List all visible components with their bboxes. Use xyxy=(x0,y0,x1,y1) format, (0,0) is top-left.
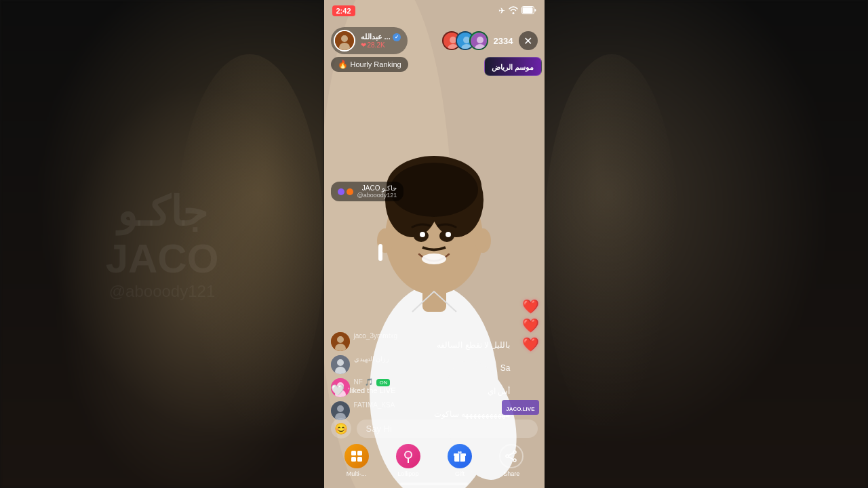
gift-label: Gift xyxy=(455,470,465,477)
svg-rect-44 xyxy=(351,451,356,455)
wifi-icon xyxy=(509,6,518,16)
svg-line-57 xyxy=(509,457,513,460)
heart-float-2: ❤️ xyxy=(522,317,539,333)
svg-rect-46 xyxy=(351,457,356,462)
status-icons: ✈ xyxy=(498,6,536,16)
chat-content-1: jaco_3ymmtxg بالليل لا تقطع السالفه xyxy=(354,332,511,350)
close-button[interactable]: ✕ xyxy=(519,31,538,50)
chat-area: jaco_3ymmtxg بالليل لا تقطع السالفه رزان… xyxy=(324,332,517,420)
svg-point-21 xyxy=(341,35,348,42)
right-panel xyxy=(544,0,868,488)
input-row: 😊 Say Hi xyxy=(331,418,538,439)
chat-avatar-4 xyxy=(331,401,350,420)
airplane-icon: ✈ xyxy=(498,6,505,16)
like-heart-icon: 🤍 xyxy=(331,384,344,396)
svg-point-42 xyxy=(337,405,344,412)
face-blur-right xyxy=(544,54,679,434)
chat-content-4: FATIMA_KSA هههههههههههه ساكوت xyxy=(354,401,511,419)
lollipop-button[interactable]: Lollipop xyxy=(396,444,420,477)
svg-point-54 xyxy=(506,455,509,458)
jaco-watermark-text: JACO.LIVE xyxy=(506,406,534,412)
svg-point-33 xyxy=(337,336,344,343)
chat-avatar-1 xyxy=(331,332,350,351)
svg-line-56 xyxy=(509,453,513,455)
svg-rect-16 xyxy=(378,244,382,261)
gift-button[interactable]: Gift xyxy=(448,444,472,477)
battery-icon xyxy=(521,6,536,16)
chat-username-2: رزان التهيدي xyxy=(354,355,511,363)
viewer-count: 2334 xyxy=(494,36,513,46)
host-username: @abooody121 xyxy=(357,192,397,199)
fire-icon: 🔥 xyxy=(338,60,348,69)
viewer-group xyxy=(442,31,488,50)
lollipop-icon xyxy=(396,444,420,468)
lollipop-label: Lollipop xyxy=(397,470,418,477)
svg-rect-45 xyxy=(357,451,362,455)
outer-wrapper: جاكـو JACO @abooody121 xyxy=(0,0,868,488)
multi-label: Multi-... xyxy=(347,470,367,477)
svg-point-12 xyxy=(420,232,425,237)
streamer-info[interactable]: عبدالله ... ✓ ❤ 28.2K xyxy=(331,27,408,54)
chat-message-4: FATIMA_KSA هههههههههههه ساكوت xyxy=(331,401,511,420)
jaco-watermark: JACO.LIVE xyxy=(502,400,538,415)
share-button[interactable]: Share xyxy=(499,444,524,477)
gift-icon xyxy=(448,444,472,468)
svg-point-36 xyxy=(337,359,344,366)
say-hi-placeholder: Say Hi xyxy=(366,424,392,434)
svg-rect-19 xyxy=(522,7,532,13)
viewer-section: 2334 ✕ xyxy=(442,31,538,50)
status-time: 2:42 xyxy=(332,5,355,16)
chat-message-2: رزان التهيدي Sa xyxy=(331,355,511,374)
svg-point-53 xyxy=(513,451,516,453)
chat-avatar-2 xyxy=(331,355,350,374)
streamer-name: عبدالله ... ✓ xyxy=(361,33,401,41)
arabic-season-badge[interactable]: موسم الرياض xyxy=(484,57,541,76)
heart-icon: ❤ xyxy=(361,41,366,49)
streamer-avatar xyxy=(334,30,355,52)
share-label: Share xyxy=(503,470,519,477)
chat-text-2: Sa xyxy=(354,363,511,373)
chat-message-1: jaco_3ymmtxg بالليل لا تقطع السالفه xyxy=(331,332,511,351)
floating-hearts: ❤️ ❤️ ❤️ xyxy=(522,298,539,352)
multi-icon xyxy=(344,444,369,468)
like-notification: 🤍 'liked the LIVE xyxy=(331,384,396,396)
orange-dot xyxy=(347,188,353,195)
chat-username-1: jaco_3ymmtxg xyxy=(354,332,511,340)
emoji-button[interactable]: 😊 xyxy=(331,418,351,439)
host-name: جاكـو JACO xyxy=(357,184,397,192)
verified-badge: ✓ xyxy=(393,33,401,41)
svg-point-13 xyxy=(446,232,451,237)
streamer-likes: ❤ 28.2K xyxy=(361,41,401,49)
svg-point-9 xyxy=(422,253,446,264)
bottom-bar: 😊 Say Hi Multi-... xyxy=(324,418,545,477)
host-label: جاكـو JACO @abooody121 xyxy=(331,182,404,201)
arabic-badge-text: موسم الرياض xyxy=(492,63,534,71)
chat-content-2: رزان التهيدي Sa xyxy=(354,355,511,373)
streamer-name-block: عبدالله ... ✓ ❤ 28.2K xyxy=(361,33,401,49)
status-bar: 2:42 ✈ xyxy=(324,0,545,22)
top-bar: عبدالله ... ✓ ❤ 28.2K xyxy=(324,23,545,58)
bottom-actions: Multi-... Lollipop xyxy=(331,444,538,477)
svg-point-30 xyxy=(477,37,484,43)
hourly-ranking-badge[interactable]: 🔥 Hourly Ranking xyxy=(331,57,408,72)
chat-text-1: بالليل لا تقطع السالفه xyxy=(354,340,511,350)
viewer-avatar-3 xyxy=(469,31,488,50)
share-icon xyxy=(499,444,524,468)
phone-screen: 2:42 ✈ xyxy=(324,0,545,488)
ranking-label: Hourly Ranking xyxy=(351,60,401,68)
chat-text-4: هههههههههههه ساكوت xyxy=(354,409,511,419)
home-indicator xyxy=(400,483,468,485)
svg-rect-47 xyxy=(357,457,362,462)
svg-point-49 xyxy=(406,452,411,458)
like-text: 'liked the LIVE xyxy=(349,386,396,394)
purple-dot xyxy=(338,188,344,195)
host-info: جاكـو JACO @abooody121 xyxy=(357,184,397,199)
chat-username-4: FATIMA_KSA xyxy=(354,401,511,409)
heart-float-1: ❤️ xyxy=(522,298,539,314)
say-hi-input[interactable]: Say Hi xyxy=(357,420,538,438)
host-avatar-icons xyxy=(338,188,353,195)
svg-point-55 xyxy=(513,459,516,462)
svg-point-15 xyxy=(475,228,491,253)
heart-float-3: ❤️ xyxy=(522,336,539,352)
multi-button[interactable]: Multi-... xyxy=(344,444,369,477)
